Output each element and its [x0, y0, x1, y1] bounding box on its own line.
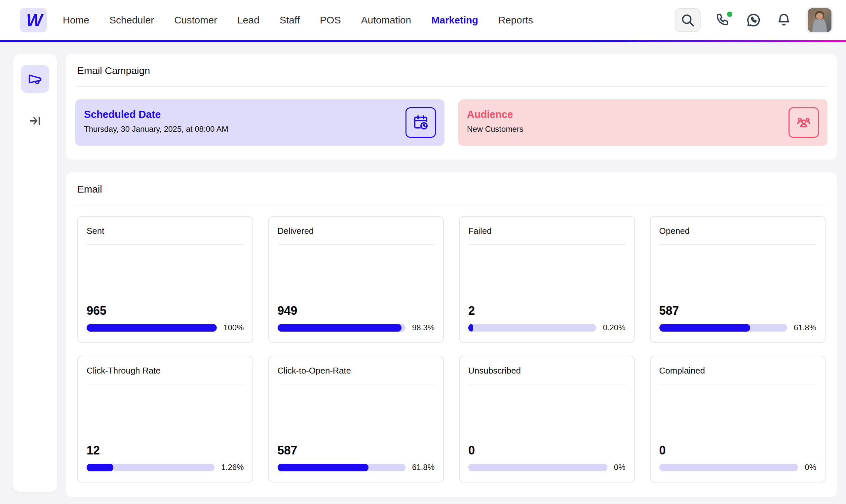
metric-percent: 61.8% — [794, 323, 816, 332]
bell-icon — [776, 13, 792, 28]
search-icon — [680, 12, 695, 28]
calendar-clock-icon — [413, 114, 429, 130]
scheduled-date-title: Scheduled Date — [84, 109, 228, 121]
phone-button[interactable] — [715, 12, 731, 28]
nav-reports[interactable]: Reports — [498, 15, 533, 26]
user-avatar[interactable] — [806, 7, 833, 33]
progress-track — [278, 324, 405, 331]
divider — [75, 205, 828, 205]
progress-track — [659, 324, 787, 331]
metric-value: 949 — [278, 304, 435, 318]
arrow-to-bar-icon — [29, 114, 41, 127]
metric-label: Delivered — [278, 226, 435, 236]
metric-label: Opened — [659, 226, 816, 236]
sidebar — [13, 54, 57, 492]
progress-row: 100% — [87, 323, 244, 332]
progress-track — [468, 464, 607, 471]
metric-card-click-to-open-rate: Click-to-Open-Rate 587 61.8% — [268, 356, 444, 483]
metric-value: 2 — [468, 304, 625, 318]
metric-label: Unsubscribed — [468, 366, 625, 376]
progress-track — [87, 324, 217, 331]
progress-fill — [87, 324, 217, 331]
metric-percent: 0.20% — [603, 323, 625, 332]
metric-value: 12 — [87, 444, 244, 457]
audience-title: Audience — [467, 109, 524, 121]
metric-label: Sent — [87, 226, 244, 236]
metric-card-click-through-rate: Click-Through Rate 12 1.26% — [77, 356, 253, 483]
progress-fill — [278, 464, 369, 471]
sidebar-expand-button[interactable] — [29, 114, 41, 128]
whatsapp-button[interactable] — [745, 12, 761, 28]
metric-value: 965 — [87, 304, 244, 318]
metric-label: Click-Through Rate — [87, 366, 244, 376]
progress-row: 61.8% — [278, 463, 435, 472]
divider — [75, 86, 828, 87]
top-navbar: W Home Scheduler Customer Lead Staff POS… — [0, 0, 846, 40]
nav-lead[interactable]: Lead — [237, 15, 260, 26]
progress-fill — [468, 324, 473, 331]
audience-button[interactable] — [789, 107, 819, 138]
metric-percent: 0% — [614, 463, 625, 472]
metric-label: Click-to-Open-Rate — [278, 366, 435, 376]
audience-value: New Customers — [467, 125, 524, 134]
users-icon — [796, 114, 812, 130]
metric-card-complained: Complained 0 0% — [650, 356, 826, 483]
nav-marketing[interactable]: Marketing — [431, 15, 478, 26]
email-panel: Email Sent 965 100% Delivered — [66, 173, 837, 497]
metric-value: 0 — [468, 444, 625, 457]
progress-row: 61.8% — [659, 323, 816, 332]
nav-automation[interactable]: Automation — [361, 15, 411, 26]
header-actions — [675, 7, 833, 33]
metric-label: Failed — [468, 226, 625, 236]
metric-percent: 0% — [805, 463, 816, 472]
scheduled-date-card: Scheduled Date Thursday, 30 January, 202… — [75, 100, 444, 146]
sidebar-item-campaigns[interactable] — [21, 65, 49, 93]
notifications-button[interactable] — [776, 12, 792, 28]
online-status-dot — [727, 12, 732, 17]
audience-card: Audience New Customers — [458, 100, 828, 146]
logo-letter: W — [26, 12, 40, 29]
app-logo[interactable]: W — [20, 8, 47, 32]
campaign-cards: Scheduled Date Thursday, 30 January, 202… — [75, 100, 828, 146]
scheduled-date-text: Scheduled Date Thursday, 30 January, 202… — [84, 107, 228, 134]
progress-row: 98.3% — [278, 323, 435, 332]
progress-fill — [87, 464, 113, 471]
main-nav: Home Scheduler Customer Lead Staff POS A… — [63, 15, 533, 26]
metric-card-opened: Opened 587 61.8% — [650, 216, 826, 343]
whatsapp-icon — [746, 13, 761, 28]
nav-customer[interactable]: Customer — [174, 15, 217, 26]
metric-card-sent: Sent 965 100% — [77, 216, 253, 343]
progress-row: 0% — [659, 463, 816, 472]
megaphone-icon — [28, 71, 42, 87]
search-button[interactable] — [675, 8, 701, 32]
main-content: Email Campaign Scheduled Date Thursday, … — [66, 54, 837, 497]
metric-percent: 100% — [224, 323, 244, 332]
metric-value: 0 — [659, 444, 816, 457]
metric-value: 587 — [278, 444, 435, 457]
metric-percent: 61.8% — [412, 463, 435, 472]
metric-label: Complained — [659, 366, 816, 376]
nav-home[interactable]: Home — [63, 15, 89, 26]
progress-row: 1.26% — [87, 463, 244, 472]
metric-card-unsubscribed: Unsubscribed 0 0% — [459, 356, 635, 483]
progress-fill — [278, 324, 402, 331]
email-metrics-grid: Sent 965 100% Delivered 949 — [75, 216, 828, 483]
scheduled-date-value: Thursday, 30 January, 2025, at 08:00 AM — [84, 125, 228, 134]
progress-track — [468, 324, 596, 331]
calendar-clock-button[interactable] — [405, 107, 436, 138]
metric-percent: 98.3% — [412, 323, 435, 332]
metric-percent: 1.26% — [221, 463, 244, 472]
nav-staff[interactable]: Staff — [280, 15, 300, 26]
progress-track — [87, 464, 214, 471]
email-campaign-title: Email Campaign — [75, 65, 828, 76]
progress-fill — [659, 324, 750, 331]
progress-track — [278, 464, 405, 471]
email-campaign-panel: Email Campaign Scheduled Date Thursday, … — [66, 54, 837, 160]
progress-track — [659, 464, 798, 471]
progress-row: 0% — [468, 463, 625, 472]
progress-row: 0.20% — [468, 323, 625, 332]
header-gradient-divider — [0, 40, 846, 42]
nav-scheduler[interactable]: Scheduler — [109, 15, 154, 26]
metric-card-delivered: Delivered 949 98.3% — [268, 216, 444, 343]
nav-pos[interactable]: POS — [320, 15, 341, 26]
